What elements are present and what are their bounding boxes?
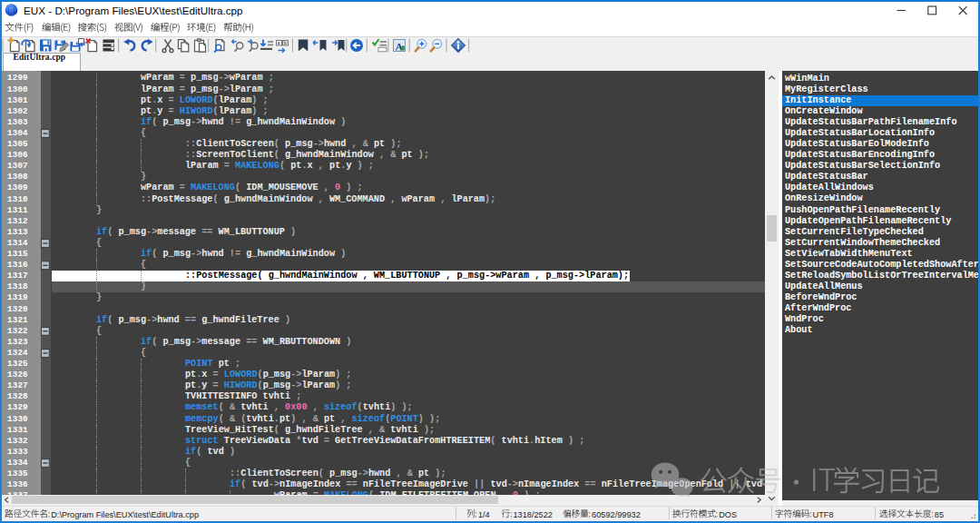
svg-text:b: b: [284, 40, 287, 45]
